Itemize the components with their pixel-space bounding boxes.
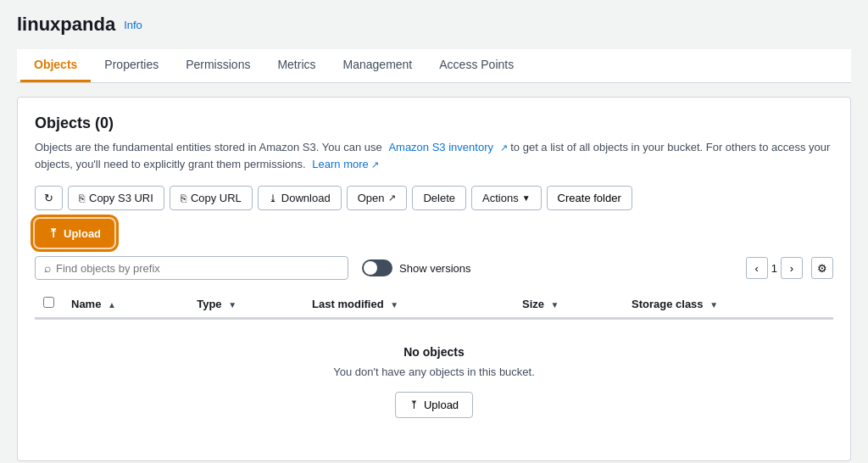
empty-state-title: No objects <box>52 345 816 359</box>
select-all-column <box>35 290 63 318</box>
download-icon: ⤓ <box>269 192 277 204</box>
prev-page-button[interactable]: ‹ <box>746 257 768 279</box>
pagination-controls: ‹ 1 › ⚙ <box>746 257 833 279</box>
copy-url-button[interactable]: ⎘ Copy URL <box>170 186 253 210</box>
empty-state-row: No objects You don't have any objects in… <box>35 318 833 443</box>
objects-description: Objects are the fundamental entities sto… <box>35 139 833 172</box>
search-icon: ⌕ <box>44 261 51 275</box>
upload-icon: ⤒ <box>48 226 58 240</box>
size-column-header[interactable]: Size ▼ <box>514 290 623 318</box>
desc-text-1: Objects are the fundamental entities sto… <box>35 141 382 153</box>
objects-label: Objects <box>35 114 91 131</box>
objects-title: Objects (0) <box>35 114 833 132</box>
open-button[interactable]: Open ↗ <box>347 186 408 210</box>
current-page: 1 <box>771 262 777 275</box>
toolbar-row: ↻ ⎘ Copy S3 URI ⎘ Copy URL ⤓ Download Op… <box>35 186 833 210</box>
page-wrapper: linuxpanda Info Objects Properties Permi… <box>0 0 868 463</box>
storage-class-column-header[interactable]: Storage class ▼ <box>623 290 833 318</box>
upload-empty-icon: ⤒ <box>409 399 419 411</box>
type-sort-icon: ▼ <box>228 300 236 310</box>
table-header-row: Name ▲ Type ▼ Last modified ▼ Size ▼ <box>35 290 833 318</box>
copy-s3-uri-button[interactable]: ⎘ Copy S3 URI <box>68 186 164 210</box>
select-all-checkbox[interactable] <box>43 297 54 308</box>
table-body: No objects You don't have any objects in… <box>35 318 833 443</box>
delete-button[interactable]: Delete <box>412 186 466 210</box>
search-filter-row: ⌕ Show versions ‹ 1 › ⚙ <box>35 256 833 280</box>
last-modified-sort-icon: ▼ <box>390 300 398 310</box>
tab-access-points[interactable]: Access Points <box>426 49 527 82</box>
last-modified-column-header[interactable]: Last modified ▼ <box>303 290 514 318</box>
show-versions-toggle[interactable] <box>362 259 392 276</box>
tab-management[interactable]: Management <box>330 49 426 82</box>
bucket-header: linuxpanda Info <box>17 14 851 36</box>
info-link[interactable]: Info <box>124 19 142 31</box>
copy-url-icon: ⎘ <box>181 192 186 204</box>
upload-row: ⤒ Upload <box>35 219 833 248</box>
name-column-header[interactable]: Name ▲ <box>63 290 188 318</box>
tab-objects[interactable]: Objects <box>20 49 91 82</box>
refresh-button[interactable]: ↻ <box>35 186 63 210</box>
search-input[interactable] <box>56 262 339 275</box>
objects-count: (0) <box>95 114 114 131</box>
bucket-name: linuxpanda <box>17 14 115 36</box>
show-versions-control: Show versions <box>362 259 471 276</box>
next-page-button[interactable]: › <box>781 257 803 279</box>
s3-inventory-link[interactable]: Amazon S3 inventory <box>388 141 493 153</box>
empty-state-cell: No objects You don't have any objects in… <box>35 318 833 443</box>
empty-state: No objects You don't have any objects in… <box>35 319 833 443</box>
tab-properties[interactable]: Properties <box>91 49 172 82</box>
empty-upload-button[interactable]: ⤒ Upload <box>395 392 473 418</box>
search-box: ⌕ <box>35 256 348 280</box>
create-folder-button[interactable]: Create folder <box>547 186 632 210</box>
tab-permissions[interactable]: Permissions <box>172 49 264 82</box>
objects-table: Name ▲ Type ▼ Last modified ▼ Size ▼ <box>35 290 833 443</box>
actions-button[interactable]: Actions ▼ <box>471 186 542 210</box>
external-link-icon: ↗ <box>388 192 396 204</box>
size-sort-icon: ▼ <box>551 300 559 310</box>
show-versions-label: Show versions <box>399 262 471 275</box>
gear-icon: ⚙ <box>817 262 827 275</box>
copy-s3-uri-icon: ⎘ <box>79 192 85 204</box>
refresh-icon: ↻ <box>44 192 53 204</box>
empty-state-description: You don't have any objects in this bucke… <box>52 365 816 378</box>
tab-metrics[interactable]: Metrics <box>264 49 329 82</box>
chevron-down-icon: ▼ <box>522 193 531 203</box>
page-navigation: ‹ 1 › <box>746 257 803 279</box>
table-settings-button[interactable]: ⚙ <box>811 257 833 279</box>
learn-more-link[interactable]: Learn more <box>312 158 368 170</box>
tabs-bar: Objects Properties Permissions Metrics M… <box>17 49 851 83</box>
download-button[interactable]: ⤓ Download <box>258 186 342 210</box>
storage-class-sort-icon: ▼ <box>709 300 718 310</box>
upload-button[interactable]: ⤒ Upload <box>35 219 114 248</box>
name-sort-icon: ▲ <box>108 300 116 310</box>
content-panel: Objects (0) Objects are the fundamental … <box>17 97 851 461</box>
type-column-header[interactable]: Type ▼ <box>188 290 303 318</box>
